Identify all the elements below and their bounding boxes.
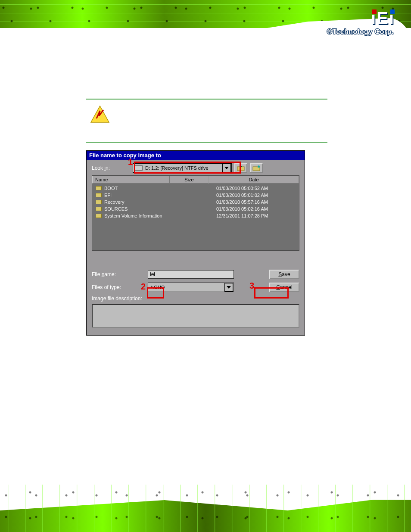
drive-icon <box>135 165 143 171</box>
file-list-header: Name Size Date <box>92 176 299 184</box>
svg-rect-2 <box>237 167 244 171</box>
chevron-down-icon <box>227 286 231 289</box>
warning-icon <box>90 106 109 123</box>
up-folder-button[interactable] <box>234 163 247 173</box>
file-name-input[interactable] <box>148 270 234 279</box>
brand-tagline: ®Technology Corp. <box>327 28 394 36</box>
brand-logo: i E i ®Technology Corp. <box>327 9 394 36</box>
list-item[interactable]: BOOT01/03/2010 05:00:52 AM <box>96 185 296 192</box>
cancel-button[interactable]: Cancel <box>269 283 299 292</box>
file-list[interactable]: Name Size Date BOOT01/03/2010 05:00:52 A… <box>92 175 299 251</box>
col-size[interactable]: Size <box>170 176 209 184</box>
files-of-type-combo[interactable]: *.GHO <box>148 283 234 292</box>
dropdown-button[interactable] <box>222 164 231 172</box>
header-banner: i E i ®Technology Corp. <box>0 0 411 52</box>
brand-logo-text: i E i <box>327 9 394 28</box>
look-in-value: D: 1.2: [Recovery] NTFS drive <box>144 165 222 171</box>
annotation-number-2: 2 <box>141 282 146 292</box>
svg-marker-3 <box>239 165 243 167</box>
footer-banner <box>0 485 411 532</box>
folder-icon <box>96 207 102 211</box>
up-folder-icon <box>237 165 245 171</box>
look-in-label: Look in: <box>92 165 133 171</box>
svg-marker-6 <box>227 286 231 289</box>
warning-callout <box>86 101 327 140</box>
list-item[interactable]: SOURCES01/03/2010 05:02:16 AM <box>96 205 296 212</box>
file-list-rows: BOOT01/03/2010 05:00:52 AM EFI01/03/2010… <box>92 184 299 221</box>
col-name[interactable]: Name <box>92 176 170 184</box>
image-desc-box[interactable] <box>92 304 299 328</box>
look-in-combo[interactable]: D: 1.2: [Recovery] NTFS drive <box>133 163 232 173</box>
new-folder-button[interactable]: ✱ <box>250 163 263 173</box>
chevron-down-icon <box>224 167 229 169</box>
list-item[interactable]: EFI01/03/2010 05:01:02 AM <box>96 192 296 199</box>
files-of-type-value: *.GHO <box>148 285 224 290</box>
footer-circuit-texture <box>0 485 411 532</box>
save-dialog: File name to copy image to Look in: D: 1… <box>86 150 305 336</box>
divider-top <box>86 99 327 100</box>
folder-icon <box>96 200 102 204</box>
new-folder-icon: ✱ <box>252 165 260 171</box>
image-desc-label: Image file description: <box>92 296 299 302</box>
folder-icon <box>96 193 102 197</box>
files-of-type-label: Files of type: <box>92 284 148 290</box>
save-button[interactable]: Save <box>269 270 299 279</box>
page-content: File name to copy image to Look in: D: 1… <box>86 97 327 336</box>
file-name-label: File name: <box>92 271 148 277</box>
col-date[interactable]: Date <box>209 176 299 184</box>
list-item[interactable]: Recovery01/03/2010 05:57:16 AM <box>96 199 296 205</box>
divider-bottom <box>86 142 327 143</box>
annotation-number-1: 1 <box>128 157 133 167</box>
dropdown-button[interactable] <box>224 283 233 292</box>
folder-icon <box>96 186 102 190</box>
annotation-number-3: 3 <box>249 281 254 291</box>
svg-text:✱: ✱ <box>257 165 260 169</box>
folder-icon <box>96 214 102 218</box>
svg-marker-1 <box>224 167 229 169</box>
dialog-titlebar: File name to copy image to <box>87 151 305 160</box>
list-item[interactable]: System Volume Information12/31/2001 11:0… <box>96 212 296 219</box>
